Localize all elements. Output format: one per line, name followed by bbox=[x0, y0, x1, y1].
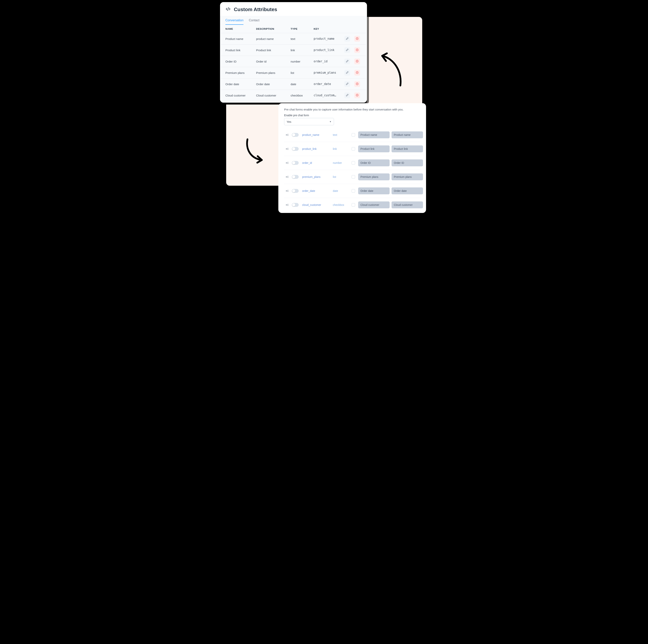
drag-handle-icon[interactable] bbox=[284, 133, 290, 137]
enable-toggle[interactable] bbox=[292, 175, 299, 179]
enable-label: Enable pre chat form bbox=[284, 114, 420, 117]
required-checkbox[interactable] bbox=[352, 133, 355, 137]
required-checkbox[interactable] bbox=[352, 203, 355, 207]
cell-type: date bbox=[290, 83, 314, 86]
tab-contact[interactable]: Contact bbox=[249, 18, 259, 25]
required-checkbox[interactable] bbox=[352, 147, 355, 151]
cell-type: checkbox bbox=[290, 94, 314, 97]
pencil-icon bbox=[346, 37, 349, 41]
cell-desc: product name bbox=[256, 37, 290, 41]
field-label-chip[interactable]: Cloud customer bbox=[358, 202, 390, 208]
table-row: Order ID Order id number order_id bbox=[221, 56, 366, 67]
table-row: Cloud customer Cloud customer checkbox c… bbox=[221, 90, 366, 101]
field-label-chip[interactable]: Product link bbox=[358, 146, 390, 152]
pencil-icon bbox=[346, 71, 349, 74]
drag-handle-icon[interactable] bbox=[284, 147, 290, 150]
field-key: order_id bbox=[302, 161, 331, 164]
field-key: product_link bbox=[302, 147, 331, 150]
enable-toggle[interactable] bbox=[292, 147, 299, 151]
field-label-chip[interactable]: Product name bbox=[358, 131, 390, 138]
edit-button[interactable] bbox=[344, 36, 350, 42]
table-row: Product name product name text product_n… bbox=[221, 33, 366, 45]
drag-handle-icon[interactable] bbox=[284, 175, 290, 178]
table-row: Order date Order date date order_date bbox=[221, 78, 366, 90]
drag-handle-icon[interactable] bbox=[284, 161, 290, 164]
field-key: product_name bbox=[302, 133, 331, 137]
cell-type: number bbox=[290, 60, 314, 63]
enable-toggle[interactable] bbox=[292, 189, 299, 193]
enable-toggle[interactable] bbox=[292, 203, 299, 207]
field-row: cloud_customer checkbox Cloud customer C… bbox=[284, 198, 420, 212]
edit-button[interactable] bbox=[344, 70, 350, 75]
field-label-chip[interactable]: Order date bbox=[358, 187, 390, 194]
drag-handle-icon[interactable] bbox=[284, 190, 290, 193]
pencil-icon bbox=[346, 82, 349, 86]
field-key: premium_plans bbox=[302, 175, 331, 178]
cell-key: product_link bbox=[314, 48, 344, 52]
field-placeholder-chip[interactable]: Product name bbox=[391, 131, 423, 138]
page-title: Custom Attributes bbox=[234, 6, 277, 12]
close-circle-icon bbox=[356, 94, 359, 97]
arrow-left-to-right bbox=[242, 138, 268, 164]
col-type: TYPE bbox=[290, 28, 314, 30]
field-row: product_name text Product name Product n… bbox=[284, 128, 420, 142]
cell-desc: Premium plans bbox=[256, 71, 290, 74]
field-placeholder-chip[interactable]: Product link bbox=[391, 146, 423, 152]
cell-desc: Order date bbox=[256, 83, 290, 86]
code-icon bbox=[225, 6, 231, 12]
cell-name: Cloud customer bbox=[225, 94, 256, 97]
field-type: link bbox=[333, 147, 350, 150]
tabs: Conversation Contact bbox=[220, 16, 367, 25]
field-placeholder-chip[interactable]: Order ID bbox=[391, 159, 423, 166]
required-checkbox[interactable] bbox=[352, 175, 355, 178]
field-type: text bbox=[333, 133, 350, 137]
cell-desc: Order id bbox=[256, 60, 290, 63]
cell-name: Premium plans bbox=[225, 71, 256, 74]
delete-button[interactable] bbox=[354, 70, 360, 75]
enable-toggle[interactable] bbox=[292, 133, 299, 137]
cell-name: Order date bbox=[225, 83, 256, 86]
drag-handle-icon[interactable] bbox=[284, 203, 290, 206]
edit-button[interactable] bbox=[344, 58, 350, 64]
field-label-chip[interactable]: Order ID bbox=[358, 159, 390, 166]
edit-button[interactable] bbox=[344, 47, 350, 53]
close-circle-icon bbox=[356, 82, 359, 86]
chevron-down-icon: ▼ bbox=[329, 120, 331, 123]
delete-button[interactable] bbox=[354, 36, 360, 42]
pencil-icon bbox=[346, 94, 349, 97]
cell-key: cloud_custom… bbox=[314, 94, 344, 97]
field-label-chip[interactable]: Premium plans bbox=[358, 173, 390, 180]
field-row: premium_plans list Premium plans Premium… bbox=[284, 170, 420, 184]
delete-button[interactable] bbox=[354, 47, 360, 53]
enable-toggle[interactable] bbox=[292, 161, 299, 165]
enable-select[interactable]: Yes ▼ bbox=[284, 118, 334, 125]
close-circle-icon bbox=[356, 37, 359, 41]
arrow-right-to-left bbox=[375, 51, 404, 88]
table-row: Premium plans Premium plans list premium… bbox=[221, 67, 366, 78]
enable-select-value: Yes bbox=[286, 120, 291, 123]
field-placeholder-chip[interactable]: Premium plans bbox=[391, 173, 423, 180]
delete-button[interactable] bbox=[354, 93, 360, 98]
prechat-panel: Pre chat forms enable you to capture use… bbox=[278, 103, 426, 213]
cell-name: Order ID bbox=[225, 60, 256, 63]
pencil-icon bbox=[346, 48, 349, 52]
field-placeholder-chip[interactable]: Cloud customer bbox=[391, 202, 423, 208]
delete-button[interactable] bbox=[354, 81, 360, 87]
table-header-row: NAME DESCRIPTION TYPE KEY bbox=[221, 25, 366, 33]
field-key: order_date bbox=[302, 190, 331, 193]
required-checkbox[interactable] bbox=[352, 161, 355, 165]
edit-button[interactable] bbox=[344, 81, 350, 87]
cell-key: product_name bbox=[314, 37, 344, 41]
cell-desc: Product link bbox=[256, 49, 290, 52]
field-type: checkbox bbox=[333, 203, 350, 206]
cell-key: order_date bbox=[314, 82, 344, 86]
field-placeholder-chip[interactable]: Order date bbox=[391, 187, 423, 194]
edit-button[interactable] bbox=[344, 93, 350, 98]
required-checkbox[interactable] bbox=[352, 189, 355, 193]
cell-key: order_id bbox=[314, 60, 344, 63]
tab-conversation[interactable]: Conversation bbox=[225, 18, 244, 25]
attributes-table: NAME DESCRIPTION TYPE KEY Product name p… bbox=[220, 25, 367, 103]
col-desc: DESCRIPTION bbox=[256, 28, 290, 30]
delete-button[interactable] bbox=[354, 58, 360, 64]
field-key: cloud_customer bbox=[302, 203, 331, 206]
